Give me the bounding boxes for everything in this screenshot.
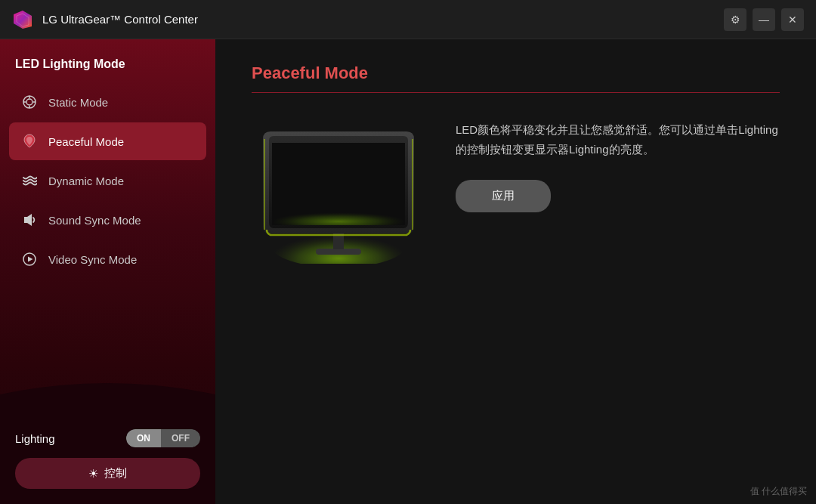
- svg-point-3: [26, 99, 32, 105]
- sidebar-item-peaceful[interactable]: Peaceful Mode: [9, 122, 206, 160]
- minimize-button[interactable]: —: [753, 8, 775, 31]
- svg-marker-10: [28, 257, 33, 262]
- title-bar: LG UltraGear™ Control Center ⚙ — ✕: [0, 0, 816, 39]
- svg-marker-0: [14, 11, 32, 29]
- peaceful-mode-label: Peaceful Mode: [48, 135, 124, 148]
- control-button[interactable]: ☀ 控制: [15, 458, 200, 489]
- app-title: LG UltraGear™ Control Center: [42, 13, 724, 26]
- settings-button[interactable]: ⚙: [724, 8, 746, 31]
- static-mode-label: Static Mode: [48, 96, 108, 109]
- sidebar-item-sound-sync[interactable]: Sound Sync Mode: [9, 201, 206, 239]
- content-area: Peaceful Mode: [215, 39, 816, 504]
- static-mode-icon: [21, 94, 38, 110]
- control-label: 控制: [104, 466, 127, 481]
- lighting-toggle: ON OFF: [126, 429, 200, 447]
- content-body: LED颜色将平稳变化并且让您感觉舒适。您可以通过单击Lighting的控制按钮变…: [252, 114, 780, 265]
- sound-sync-mode-icon: [21, 212, 38, 228]
- peaceful-mode-icon: [21, 133, 38, 150]
- watermark: 值 什么值得买: [750, 485, 807, 498]
- dynamic-mode-label: Dynamic Mode: [48, 175, 124, 187]
- control-icon: ☀: [88, 467, 98, 481]
- sidebar-item-static[interactable]: Static Mode: [9, 83, 206, 121]
- sidebar-item-video-sync[interactable]: Video Sync Mode: [9, 240, 206, 278]
- monitor-illustration: [255, 116, 422, 264]
- lighting-off-button[interactable]: OFF: [161, 429, 200, 447]
- monitor-preview: [252, 114, 425, 265]
- main-layout: LED Lighting Mode Static Mode: [0, 39, 816, 504]
- sidebar-item-dynamic[interactable]: Dynamic Mode: [9, 162, 206, 199]
- lighting-row: Lighting ON OFF: [15, 429, 200, 447]
- sidebar: LED Lighting Mode Static Mode: [0, 39, 215, 504]
- svg-rect-12: [316, 249, 361, 255]
- sound-sync-mode-label: Sound Sync Mode: [48, 214, 141, 227]
- svg-marker-8: [24, 214, 32, 226]
- lg-logo: [12, 9, 33, 30]
- content-title: Peaceful Mode: [252, 63, 780, 93]
- sidebar-nav: Static Mode Peaceful Mode: [0, 83, 215, 379]
- video-sync-mode-label: Video Sync Mode: [48, 253, 137, 266]
- close-button[interactable]: ✕: [781, 8, 804, 31]
- video-sync-mode-icon: [21, 251, 38, 267]
- lighting-label: Lighting: [15, 432, 55, 445]
- sidebar-section-label: LED Lighting Mode: [0, 39, 215, 83]
- content-description: LED颜色将平稳变化并且让您感觉舒适。您可以通过单击Lighting的控制按钮变…: [456, 114, 780, 212]
- apply-button[interactable]: 应用: [456, 180, 551, 212]
- lighting-on-button[interactable]: ON: [126, 429, 161, 447]
- description-text: LED颜色将平稳变化并且让您感觉舒适。您可以通过单击Lighting的控制按钮变…: [456, 120, 780, 159]
- dynamic-mode-icon: [21, 172, 38, 189]
- lighting-panel: Lighting ON OFF ☀ 控制: [0, 417, 215, 504]
- window-controls: ⚙ — ✕: [724, 8, 804, 31]
